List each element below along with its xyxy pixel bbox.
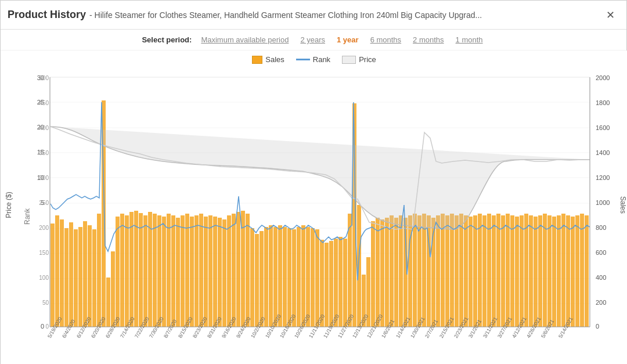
svg-text:Rank: Rank [23,208,31,225]
svg-rect-46 [64,228,69,327]
svg-text:0: 0 [596,323,599,330]
svg-text:2000: 2000 [596,74,610,81]
svg-rect-99 [311,228,315,327]
svg-rect-91 [273,227,278,327]
svg-rect-117 [394,218,398,327]
svg-rect-103 [329,241,333,327]
svg-rect-148 [538,215,542,327]
svg-rect-90 [269,225,273,327]
svg-text:1000: 1000 [596,199,610,206]
svg-rect-63 [143,215,147,327]
svg-rect-152 [557,215,561,327]
period-label: Select period: [142,35,192,44]
svg-text:1200: 1200 [596,174,610,181]
svg-text:1800: 1800 [596,99,610,106]
period-2y[interactable]: 2 years [298,34,327,45]
svg-rect-123 [422,214,426,327]
chart-svg-container: 30 25 20 15 10 5 0 Price ($) 500 450 400… [1,71,627,364]
period-selector: Select period: Maximum available period … [1,30,626,51]
chart-svg: 30 25 20 15 10 5 0 Price ($) 500 450 400… [1,71,627,364]
svg-rect-62 [139,213,143,327]
close-button[interactable]: ✕ [601,6,619,24]
period-max[interactable]: Maximum available period [199,34,291,45]
svg-rect-43 [51,224,55,327]
svg-text:100: 100 [39,275,49,281]
svg-rect-156 [575,215,579,327]
product-subtitle: - Hilife Steamer for Clothes Steamer, Ha… [89,10,601,20]
svg-text:200: 200 [39,225,49,231]
svg-text:0: 0 [41,323,44,330]
svg-rect-128 [445,215,449,327]
svg-rect-153 [561,214,565,327]
svg-rect-89 [264,227,268,327]
svg-rect-139 [496,214,500,327]
svg-rect-133 [469,217,473,327]
svg-rect-81 [227,215,231,327]
svg-text:1600: 1600 [596,124,610,131]
svg-rect-80 [222,219,226,327]
svg-rect-145 [524,214,528,327]
svg-rect-149 [543,214,547,327]
svg-text:800: 800 [596,224,606,231]
svg-rect-122 [417,215,421,327]
svg-rect-77 [208,215,212,327]
svg-rect-68 [167,214,171,327]
svg-text:Sales: Sales [619,196,627,214]
legend-price: Price [342,55,376,64]
svg-rect-52 [92,229,96,327]
svg-text:600: 600 [596,249,606,256]
svg-rect-72 [185,214,189,327]
svg-rect-96 [297,227,301,327]
svg-rect-75 [199,214,203,327]
svg-rect-98 [306,227,310,327]
svg-text:150: 150 [39,250,49,256]
price-color-box [342,56,356,64]
svg-rect-100 [315,229,319,327]
header: Product History - Hilife Steamer for Clo… [1,1,626,30]
svg-rect-131 [459,214,463,327]
svg-rect-86 [250,228,254,327]
svg-rect-58 [120,214,124,327]
svg-rect-51 [88,225,92,327]
svg-rect-150 [547,215,552,327]
svg-rect-45 [60,219,64,327]
svg-rect-60 [129,212,134,327]
svg-rect-92 [278,225,282,327]
svg-rect-105 [338,237,343,327]
svg-rect-85 [246,214,250,327]
svg-rect-49 [78,227,82,327]
legend-price-label: Price [359,55,376,64]
svg-rect-82 [232,214,236,327]
svg-text:300: 300 [39,175,49,181]
svg-rect-71 [181,215,185,327]
svg-rect-136 [482,215,487,327]
product-history-container: Product History - Hilife Steamer for Clo… [0,0,627,364]
svg-rect-130 [455,215,459,327]
svg-rect-97 [301,225,305,327]
svg-rect-57 [116,217,120,327]
svg-rect-140 [501,215,505,327]
period-1m[interactable]: 1 month [453,34,485,45]
sales-color-box [252,56,262,64]
svg-rect-138 [492,215,496,327]
period-2m[interactable]: 2 months [410,34,446,45]
svg-rect-132 [464,215,468,327]
period-1y[interactable]: 1 year [334,34,361,45]
svg-rect-76 [204,217,208,327]
svg-rect-50 [83,221,87,327]
svg-text:0: 0 [45,323,49,330]
legend-sales-label: Sales [265,55,284,64]
period-6m[interactable]: 6 months [368,34,403,45]
svg-rect-67 [162,217,166,327]
chart-area: Sales Rank Price [1,51,627,364]
legend-rank: Rank [296,55,330,64]
svg-rect-144 [520,215,524,327]
legend-sales: Sales [252,55,284,64]
svg-rect-61 [134,211,138,327]
svg-text:200: 200 [596,299,606,306]
legend-rank-label: Rank [313,55,330,64]
svg-text:Price ($): Price ($) [5,192,13,218]
svg-rect-88 [260,231,264,327]
svg-rect-151 [552,217,556,327]
svg-rect-74 [194,215,199,327]
